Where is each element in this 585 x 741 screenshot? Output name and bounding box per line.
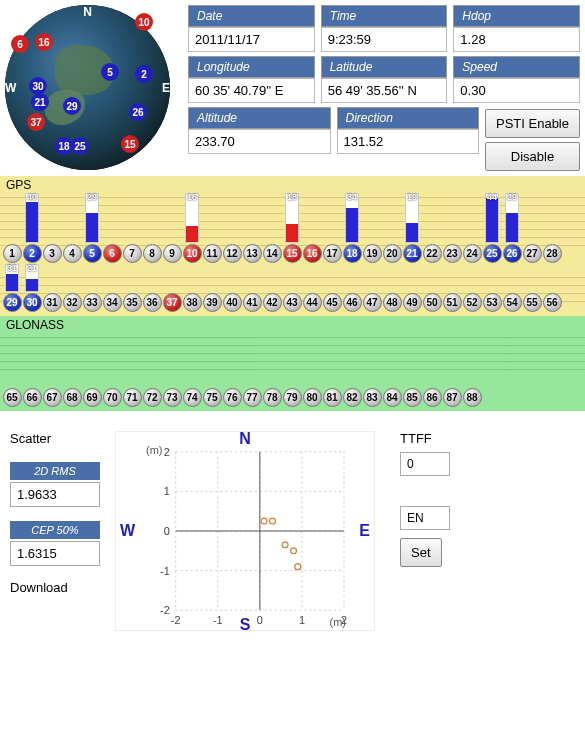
sat-cell-12: 12 bbox=[222, 244, 242, 263]
sat-cell-35: 35 bbox=[122, 293, 142, 312]
ttff-label: TTFF bbox=[400, 431, 575, 446]
svg-text:-2: -2 bbox=[160, 604, 170, 616]
sat-cell-49: 49 bbox=[402, 293, 422, 312]
sat-cell-13: 13 bbox=[242, 244, 262, 263]
sat-cell-44: 44 bbox=[302, 293, 322, 312]
sat-cell-71: 71 bbox=[122, 388, 142, 407]
sat-cell-54: 54 bbox=[502, 293, 522, 312]
sat-cell-56: 56 bbox=[542, 293, 562, 312]
sat-cell-65: 65 bbox=[2, 388, 22, 407]
sat-cell-24: 24 bbox=[462, 244, 482, 263]
sat-cell-4: 4 bbox=[62, 244, 82, 263]
ttff-value: 0 bbox=[400, 452, 450, 476]
sat-cell-52: 52 bbox=[462, 293, 482, 312]
sat-cell-18: 3418 bbox=[342, 244, 362, 263]
sat-cell-42: 42 bbox=[262, 293, 282, 312]
globe-sat-10: 10 bbox=[135, 13, 153, 31]
svg-text:-2: -2 bbox=[171, 614, 181, 626]
set-button[interactable]: Set bbox=[400, 538, 442, 567]
globe-sat-16: 16 bbox=[35, 33, 53, 51]
sat-cell-25: 4425 bbox=[482, 244, 502, 263]
direction-label: Direction bbox=[337, 107, 480, 129]
longitude-value: 60 35' 40.79'' E bbox=[188, 78, 315, 103]
sat-cell-6: 6 bbox=[102, 244, 122, 263]
sat-cell-37: 37 bbox=[162, 293, 182, 312]
scatter-plot: -2-1012-2-1012 N S E W (m) (m) bbox=[115, 431, 375, 631]
y-unit: (m) bbox=[146, 444, 163, 456]
date-label: Date bbox=[188, 5, 315, 27]
en-value: EN bbox=[400, 506, 450, 530]
plot-south: S bbox=[240, 616, 251, 634]
sat-cell-40: 40 bbox=[222, 293, 242, 312]
sat-cell-15: 1815 bbox=[282, 244, 302, 263]
speed-label: Speed bbox=[453, 56, 580, 78]
cep-value: 1.6315 bbox=[10, 541, 100, 566]
sat-cell-45: 45 bbox=[322, 293, 342, 312]
globe-north: N bbox=[83, 5, 92, 19]
sat-cell-68: 68 bbox=[62, 388, 82, 407]
latitude-label: Latitude bbox=[321, 56, 448, 78]
time-label: Time bbox=[321, 5, 448, 27]
sat-cell-1: 1 bbox=[2, 244, 22, 263]
hdop-value: 1.28 bbox=[453, 27, 580, 52]
globe-sat-37: 37 bbox=[27, 113, 45, 131]
svg-point-22 bbox=[261, 518, 267, 524]
sat-cell-14: 14 bbox=[262, 244, 282, 263]
svg-text:1: 1 bbox=[299, 614, 305, 626]
svg-text:2: 2 bbox=[164, 446, 170, 458]
sat-cell-34: 34 bbox=[102, 293, 122, 312]
sat-cell-81: 81 bbox=[322, 388, 342, 407]
globe-sat-5: 5 bbox=[101, 63, 119, 81]
sat-cell-7: 7 bbox=[122, 244, 142, 263]
sat-cell-73: 73 bbox=[162, 388, 182, 407]
globe-west: W bbox=[5, 81, 16, 95]
sat-cell-2: 402 bbox=[22, 244, 42, 263]
plot-north: N bbox=[239, 430, 251, 448]
sat-cell-48: 48 bbox=[382, 293, 402, 312]
sat-cell-43: 43 bbox=[282, 293, 302, 312]
sat-cell-84: 84 bbox=[382, 388, 402, 407]
date-value: 2011/11/17 bbox=[188, 27, 315, 52]
sat-cell-78: 78 bbox=[262, 388, 282, 407]
psti-enable-button[interactable]: PSTI Enable bbox=[485, 109, 580, 138]
sat-cell-66: 66 bbox=[22, 388, 42, 407]
rms-value: 1.9633 bbox=[10, 482, 100, 507]
sat-cell-10: 1610 bbox=[182, 244, 202, 263]
globe-sat-15: 15 bbox=[121, 135, 139, 153]
sat-cell-31: 31 bbox=[42, 293, 62, 312]
altitude-value: 233.70 bbox=[188, 129, 331, 154]
sat-cell-46: 46 bbox=[342, 293, 362, 312]
svg-point-23 bbox=[270, 518, 276, 524]
sat-cell-30: 2130 bbox=[22, 293, 42, 312]
speed-value: 0.30 bbox=[453, 78, 580, 103]
sat-cell-11: 11 bbox=[202, 244, 222, 263]
sat-cell-70: 70 bbox=[102, 388, 122, 407]
globe-sat-2: 2 bbox=[135, 65, 153, 83]
sat-cell-41: 41 bbox=[242, 293, 262, 312]
sat-cell-5: 295 bbox=[82, 244, 102, 263]
sat-cell-17: 17 bbox=[322, 244, 342, 263]
x-unit: (m) bbox=[330, 616, 347, 628]
sat-cell-85: 85 bbox=[402, 388, 422, 407]
satellite-globe: N E W 10616523021292637182515 bbox=[5, 5, 170, 170]
sat-cell-22: 22 bbox=[422, 244, 442, 263]
sat-cell-86: 86 bbox=[422, 388, 442, 407]
gps-strip: GPS 140234295678916101112131418151617341… bbox=[0, 176, 585, 316]
plot-east: E bbox=[359, 522, 370, 540]
sat-cell-33: 33 bbox=[82, 293, 102, 312]
sat-cell-20: 20 bbox=[382, 244, 402, 263]
cep-label: CEP 50% bbox=[10, 521, 100, 539]
sat-cell-80: 80 bbox=[302, 388, 322, 407]
glonass-strip: GLONASS 65666768697071727374757677787980… bbox=[0, 316, 585, 411]
rms-label: 2D RMS bbox=[10, 462, 100, 480]
sat-cell-16: 16 bbox=[302, 244, 322, 263]
svg-point-25 bbox=[291, 548, 297, 554]
sat-cell-53: 53 bbox=[482, 293, 502, 312]
sat-cell-9: 9 bbox=[162, 244, 182, 263]
sat-cell-23: 23 bbox=[442, 244, 462, 263]
sat-cell-8: 8 bbox=[142, 244, 162, 263]
download-title: Download bbox=[10, 580, 100, 595]
disable-button[interactable]: Disable bbox=[485, 142, 580, 171]
scatter-title: Scatter bbox=[10, 431, 100, 446]
sat-cell-32: 32 bbox=[62, 293, 82, 312]
